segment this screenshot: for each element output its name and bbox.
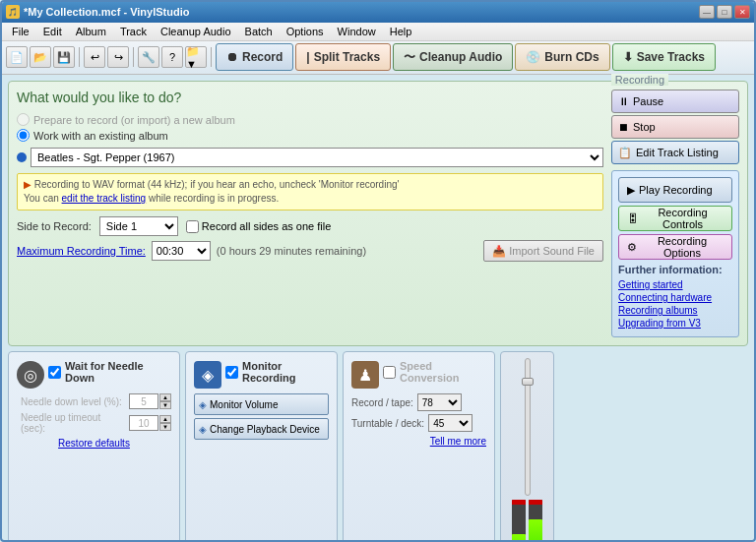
app-icon: 🎵	[6, 5, 20, 19]
restore-defaults-link[interactable]: Restore defaults	[17, 438, 171, 449]
import-sound-file-button[interactable]: 📥 Import Sound File	[483, 240, 603, 262]
cleanup-icon: 〜	[404, 49, 415, 66]
stop-button[interactable]: ⏹ Stop	[611, 115, 739, 139]
monitor-checkbox[interactable]	[225, 366, 238, 379]
menu-window[interactable]: Window	[332, 25, 382, 38]
max-time-select[interactable]: 00:30	[152, 241, 211, 261]
edit-icon: 📋	[618, 147, 632, 159]
needle-checkbox[interactable]	[48, 366, 61, 379]
toolbar-separator-3	[211, 47, 212, 67]
menu-help[interactable]: Help	[384, 25, 418, 38]
record-button[interactable]: ⏺ Record	[216, 43, 293, 71]
album-select[interactable]: Beatles - Sgt. Pepper (1967)	[31, 148, 603, 167]
recording-controls-button[interactable]: 🎛 Recording Controls	[618, 206, 732, 231]
pause-button[interactable]: ⏸ Pause	[611, 90, 739, 113]
monitor-panel: ◈ Monitor Recording ◈ Monitor Volume ◈ C…	[185, 351, 338, 542]
toolbar-new[interactable]: 📄	[6, 46, 28, 68]
split-tracks-button[interactable]: | Split Tracks	[295, 43, 391, 71]
edit-track-listing-button[interactable]: 📋 Edit Track Listing	[611, 141, 739, 164]
radio-new-album-input[interactable]	[17, 113, 30, 126]
warning-text-3: while recording is in progress.	[149, 193, 279, 204]
toolbar-help[interactable]: ?	[161, 46, 183, 68]
link-getting-started[interactable]: Getting started	[618, 279, 732, 290]
record-icon: ⏺	[226, 50, 238, 64]
menu-options[interactable]: Options	[281, 25, 330, 38]
menu-cleanup-audio[interactable]: Cleanup Audio	[155, 25, 237, 38]
burn-label: Burn CDs	[544, 50, 598, 64]
tell-me-more-link[interactable]: Tell me more	[351, 436, 486, 447]
further-info-title: Further information:	[618, 264, 732, 275]
max-time-label[interactable]: Maximum Recording Time:	[17, 245, 146, 257]
title-bar-left: 🎵 *My Collection.mcf - VinylStudio	[6, 5, 189, 19]
link-upgrading[interactable]: Upgrading from V3	[618, 318, 732, 329]
needle-timeout-down[interactable]: ▼	[159, 423, 171, 431]
menu-track[interactable]: Track	[114, 25, 153, 38]
vu-bar-left-fill	[512, 534, 526, 542]
monitor-vol-label: Monitor Volume	[210, 399, 278, 410]
recording-controls-label: Recording Controls	[642, 207, 724, 230]
pause-label: Pause	[633, 95, 663, 107]
change-playback-device-button[interactable]: ◈ Change Playback Device	[194, 418, 329, 440]
window-title: *My Collection.mcf - VinylStudio	[24, 6, 189, 18]
close-button[interactable]: ✕	[734, 5, 750, 19]
main-content: Recording What would you like to do? Pre…	[2, 75, 754, 540]
speed-title: Speed Conversion	[400, 360, 486, 384]
monitor-title: Monitor Recording	[242, 360, 329, 384]
needle-timeout-input[interactable]	[129, 415, 158, 431]
record-all-checkbox[interactable]	[186, 220, 199, 233]
toolbar-folder-dropdown[interactable]: 📁▼	[185, 46, 207, 68]
needle-timeout-up[interactable]: ▲	[159, 415, 171, 423]
recording-options-label: Recording Options	[641, 235, 724, 259]
speed-checkbox-row: Speed Conversion	[383, 360, 486, 384]
cleanup-audio-button[interactable]: 〜 Cleanup Audio	[393, 43, 513, 71]
radio-existing-album-input[interactable]	[17, 129, 30, 142]
monitor-header: ◈ Monitor Recording	[194, 360, 329, 390]
play-recording-button[interactable]: ▶ Play Recording	[618, 177, 732, 203]
save-tracks-button[interactable]: ⬇ Save Tracks	[612, 43, 716, 71]
needle-level-input[interactable]	[129, 393, 158, 409]
album-row: Beatles - Sgt. Pepper (1967)	[17, 148, 603, 167]
menu-album[interactable]: Album	[70, 25, 112, 38]
needle-level-down[interactable]: ▼	[159, 401, 171, 409]
toolbar-open[interactable]: 📂	[30, 46, 51, 68]
minimize-button[interactable]: —	[699, 5, 715, 19]
stop-label: Stop	[633, 121, 656, 133]
cleanup-label: Cleanup Audio	[419, 50, 502, 64]
vu-slider-thumb[interactable]	[522, 378, 534, 386]
speed-checkbox[interactable]	[383, 366, 396, 379]
pause-icon: ⏸	[618, 95, 629, 107]
recording-options-button[interactable]: ⚙ Recording Options	[618, 234, 732, 260]
side-row: Side to Record: Side 1 Record all sides …	[17, 216, 603, 236]
burn-icon: 💿	[526, 50, 540, 64]
toolbar-tools[interactable]: 🔧	[138, 46, 159, 68]
menu-edit[interactable]: Edit	[37, 25, 68, 38]
needle-level-up[interactable]: ▲	[159, 393, 171, 401]
link-connecting-hardware[interactable]: Connecting hardware	[618, 292, 732, 303]
warning-box: ▶ Recording to WAV format (44 kHz); if y…	[17, 173, 603, 211]
side-label: Side to Record:	[17, 220, 92, 232]
bottom-section: ◎ Wait for Needle Down Needle down level…	[8, 351, 748, 542]
speed-record-select[interactable]: 78	[417, 393, 462, 411]
toolbar-undo[interactable]: ↩	[84, 46, 105, 68]
split-icon: |	[306, 50, 309, 64]
edit-track-listing-link[interactable]: edit the track listing	[62, 193, 147, 204]
toolbar-separator-1	[79, 47, 80, 67]
burn-cds-button[interactable]: 💿 Burn CDs	[515, 43, 609, 71]
speed-turntable-select[interactable]: 45	[428, 414, 472, 432]
needle-level-row: Needle down level (%): ▲ ▼	[17, 393, 171, 409]
link-recording-albums[interactable]: Recording albums	[618, 305, 732, 316]
needle-checkbox-row: Wait for Needle Down	[48, 360, 171, 384]
speed-icon: ♟	[351, 361, 379, 389]
monitor-volume-button[interactable]: ◈ Monitor Volume	[194, 393, 329, 415]
toolbar-redo[interactable]: ↪	[107, 46, 129, 68]
menu-file[interactable]: File	[6, 25, 35, 38]
toolbar-separator-2	[133, 47, 134, 67]
monitor-icon: ◈	[194, 361, 221, 389]
speed-record-label: Record / tape:	[351, 397, 413, 408]
menu-batch[interactable]: Batch	[239, 25, 279, 38]
side-select[interactable]: Side 1	[99, 216, 178, 236]
radio-new-album: Prepare to record (or import) a new albu…	[17, 113, 603, 126]
record-all-row: Record all sides as one file	[186, 220, 331, 233]
maximize-button[interactable]: □	[717, 5, 732, 19]
toolbar-save[interactable]: 💾	[53, 46, 75, 68]
